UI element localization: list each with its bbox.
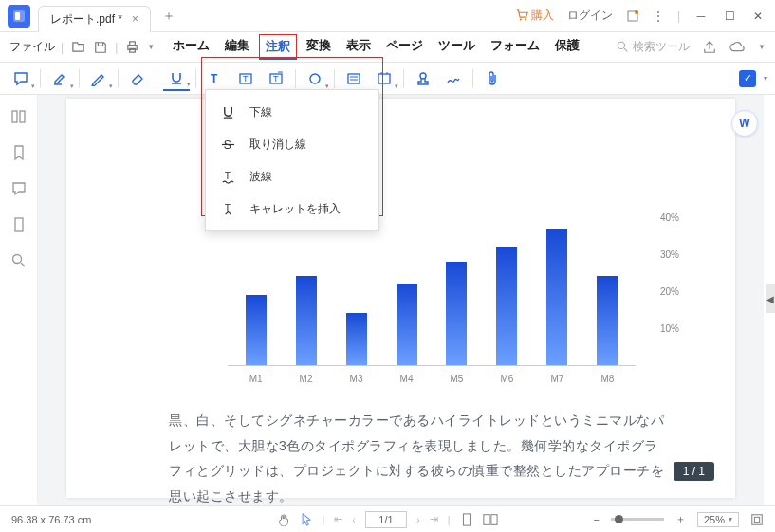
select-tool-icon[interactable] (300, 513, 312, 526)
x-label: M4 (388, 374, 426, 384)
stamp-tool[interactable] (410, 66, 436, 91)
page-indicator-badge: 1 / 1 (674, 462, 714, 481)
buy-link[interactable]: 購入 (516, 8, 554, 24)
thumbnails-icon[interactable] (10, 108, 28, 125)
svg-rect-26 (15, 218, 23, 231)
search-icon (617, 41, 629, 53)
svg-text:T: T (224, 171, 231, 181)
hand-tool-icon[interactable] (277, 513, 290, 526)
zoom-in-icon[interactable]: ＋ (675, 512, 686, 526)
y-label: 40% (660, 212, 679, 223)
share-icon[interactable] (703, 41, 716, 54)
svg-rect-22 (378, 74, 390, 83)
svg-point-23 (420, 73, 426, 79)
page-input[interactable]: 1 /1 (365, 511, 407, 528)
svg-rect-19 (348, 74, 360, 83)
bar-chart: M1M2M3M4M5M6M7M810%20%30%40% (228, 218, 683, 389)
document-canvas[interactable]: M1M2M3M4M5M6M7M810%20%30%40% 黒、白、そしてシグネチ… (38, 95, 764, 505)
more-icon[interactable]: ⋮ (653, 9, 664, 23)
x-label: M6 (488, 374, 526, 384)
right-panel-toggle[interactable]: ◀ (766, 284, 775, 313)
maximize-button[interactable]: ☐ (722, 9, 737, 24)
menu-view[interactable]: 表示 (341, 34, 377, 60)
fit-page-icon[interactable] (750, 513, 764, 526)
caret-insert-icon: T (219, 200, 236, 217)
menu-tool[interactable]: ツール (433, 34, 481, 60)
print-dropdown-icon[interactable]: ▼ (146, 39, 156, 56)
note-tool[interactable]: ▾ (8, 66, 34, 91)
notification-icon[interactable] (626, 9, 639, 23)
svg-rect-33 (463, 513, 470, 524)
text-callout-tool[interactable]: T (232, 66, 259, 91)
print-icon[interactable] (123, 39, 140, 56)
dropdown-underline[interactable]: 下線 (206, 96, 378, 128)
textbox-tool[interactable]: T (202, 66, 229, 91)
svg-point-3 (525, 19, 526, 21)
document-title: レポート.pdf * (50, 11, 122, 28)
svg-point-9 (618, 42, 624, 48)
eraser-tool[interactable] (124, 66, 151, 91)
search-panel-icon[interactable] (10, 252, 28, 269)
svg-rect-35 (490, 514, 496, 524)
bar-M7 (546, 229, 567, 365)
document-tab[interactable]: レポート.pdf * × (38, 6, 151, 32)
prev-page-icon[interactable]: ‹ (352, 514, 356, 525)
new-tab-button[interactable]: ＋ (162, 8, 175, 25)
x-label: M5 (437, 374, 475, 384)
login-link[interactable]: ログイン (567, 8, 613, 24)
highlight-tool[interactable]: ▾ (46, 66, 73, 91)
scroll-mode-icon[interactable] (460, 513, 473, 526)
svg-rect-7 (129, 42, 135, 46)
file-menu[interactable]: ファイル (9, 39, 55, 55)
main-menu: ホーム 編集 注釈 変換 表示 ページ ツール フォーム 保護 (167, 34, 585, 60)
menu-edit[interactable]: 編集 (219, 34, 255, 60)
menu-protect[interactable]: 保護 (549, 34, 585, 60)
svg-text:T: T (273, 74, 279, 83)
pencil-tool[interactable]: ▾ (85, 66, 112, 91)
last-page-icon[interactable]: ⇥ (430, 513, 438, 525)
next-page-icon[interactable]: › (416, 514, 420, 525)
svg-rect-8 (129, 48, 135, 52)
attachment-tool[interactable] (479, 66, 506, 91)
save-icon[interactable] (92, 39, 109, 56)
shape-tool[interactable]: ▾ (302, 66, 328, 91)
menu-page[interactable]: ページ (380, 34, 429, 60)
underline-tool[interactable]: ▾ (163, 66, 190, 91)
cloud-icon[interactable] (729, 41, 745, 54)
svg-point-5 (635, 10, 638, 14)
bar-M1 (246, 295, 267, 365)
minimize-button[interactable]: ─ (693, 9, 709, 24)
zoom-select[interactable]: 25%▾ (697, 512, 739, 527)
keep-tool-chevron[interactable]: ▾ (764, 74, 767, 83)
dropdown-squiggly[interactable]: T 波線 (206, 160, 378, 193)
close-window-button[interactable]: ✕ (750, 9, 766, 24)
strikethrough-icon: S (219, 136, 236, 153)
help-icon[interactable]: ▼ (758, 43, 766, 51)
open-icon[interactable] (69, 39, 86, 56)
menu-annotate[interactable]: 注釈 (259, 34, 297, 60)
search-tool[interactable]: 検索ツール (617, 39, 690, 55)
menu-convert[interactable]: 変換 (301, 34, 337, 60)
dropdown-caret[interactable]: T キャレットを挿入 (206, 193, 378, 225)
comment-icon[interactable] (10, 180, 28, 197)
keep-tool-toggle[interactable]: ✓ (739, 70, 756, 87)
measure-tool[interactable]: ▾ (371, 66, 397, 91)
close-tab-icon[interactable]: × (132, 12, 138, 26)
signature-tool[interactable] (440, 66, 467, 91)
bar-M5 (446, 262, 467, 365)
word-export-badge[interactable]: W (731, 110, 758, 137)
underline-icon (219, 103, 236, 120)
bookmark-icon[interactable] (10, 144, 28, 161)
zoom-slider[interactable] (611, 518, 664, 521)
attachment-panel-icon[interactable] (10, 216, 28, 233)
zoom-out-icon[interactable]: − (594, 514, 600, 525)
x-label: M1 (237, 374, 275, 384)
area-highlight-tool[interactable] (341, 66, 367, 91)
y-label: 30% (660, 249, 679, 260)
text-comment-tool[interactable]: T (263, 66, 289, 91)
dropdown-strikethrough[interactable]: S 取り消し線 (206, 128, 378, 160)
first-page-icon[interactable]: ⇤ (334, 513, 342, 525)
menu-home[interactable]: ホーム (167, 34, 215, 60)
menu-form[interactable]: フォーム (485, 34, 545, 60)
facing-mode-icon[interactable] (483, 513, 498, 526)
